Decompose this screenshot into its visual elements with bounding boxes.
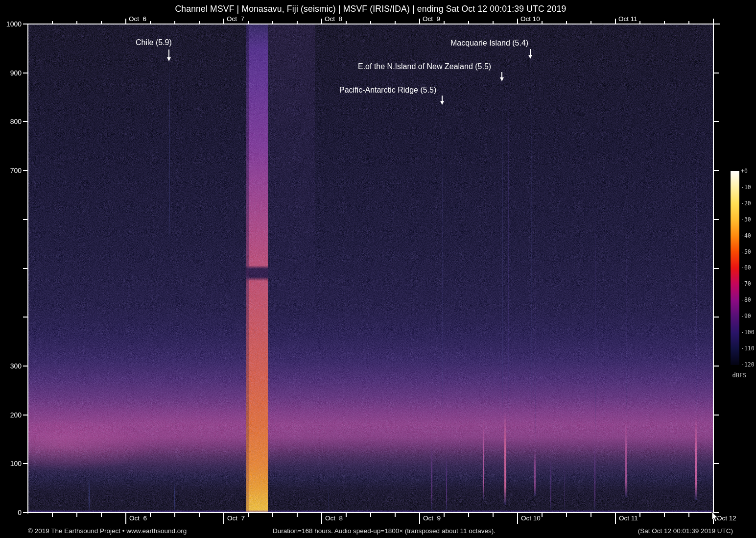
y-axis-tick-left: [23, 73, 28, 73]
colorbar-tick-label: -40: [741, 232, 751, 239]
top-axis-minor-tick: [76, 21, 77, 24]
spectrogram-page: Channel MSVF | Monasavu, Fiji (seismic) …: [0, 0, 756, 538]
colorbar-unit-label: dBFS: [729, 372, 750, 379]
bottom-axis-minor-tick: [566, 513, 567, 517]
bottom-axis-date-label: Oct 12: [717, 514, 736, 522]
y-axis-tick-right: [714, 415, 719, 416]
bottom-axis-minor-tick: [444, 513, 445, 517]
y-axis-tick-label: 700: [0, 167, 22, 174]
top-axis-major-tick: [419, 19, 420, 24]
y-axis-tick-left: [23, 219, 28, 220]
top-axis-major-tick: [517, 19, 518, 24]
bottom-axis-minor-tick: [664, 513, 665, 517]
top-axis-minor-tick: [199, 21, 200, 24]
top-axis-minor-tick: [444, 21, 445, 24]
colorbar-tick-label: -70: [741, 280, 751, 287]
bottom-axis-minor-tick: [493, 513, 494, 517]
y-axis-tick-right: [714, 121, 719, 122]
top-axis-line: [28, 24, 720, 24]
annotation-arrow-icon: [499, 72, 505, 81]
y-axis-tick-left: [23, 24, 28, 24]
colorbar: [731, 171, 739, 365]
bottom-axis-minor-tick: [346, 513, 347, 517]
event-annotation-label: E.of the N.Island of New Zealand (5.5): [358, 62, 491, 71]
y-axis-tick-label: 800: [0, 118, 22, 125]
y-axis-tick-right: [714, 24, 719, 24]
bottom-axis-date-label: Oct 11: [619, 514, 638, 522]
colorbar-tick-label: +0: [741, 168, 748, 174]
mouse-cursor-icon: [711, 512, 719, 522]
page-title: Channel MSVF | Monasavu, Fiji (seismic) …: [28, 4, 713, 14]
y-axis-tick-left: [23, 415, 28, 416]
colorbar-tick-label: -90: [741, 313, 751, 319]
noise-texture-dark: [28, 24, 713, 513]
bottom-axis-minor-tick: [272, 513, 273, 517]
colorbar-tick-label: -100: [741, 329, 755, 336]
colorbar-tick-label: -30: [741, 216, 751, 223]
top-axis-minor-tick: [493, 21, 494, 24]
top-axis-date-label: Oct 10: [520, 15, 540, 23]
colorbar-tick-label: -60: [741, 264, 751, 271]
y-axis-tick-left: [23, 366, 28, 367]
bottom-axis-date-label: Oct 10: [521, 514, 541, 522]
bottom-axis-minor-tick: [370, 513, 371, 517]
bottom-axis-minor-tick: [297, 513, 298, 517]
footer-copyright: © 2019 The Earthsound Project • www.eart…: [28, 527, 187, 535]
bottom-axis-minor-tick: [150, 513, 151, 517]
y-axis-tick-label: 200: [0, 411, 22, 419]
colorbar-tick-label: -50: [741, 248, 751, 255]
footer-timestamp: (Sat Oct 12 00:01:39 2019 UTC): [638, 527, 733, 535]
bottom-axis-minor-tick: [199, 513, 200, 517]
y-axis-title: Frequency (mHz): [0, 261, 47, 275]
top-axis-date-label: Oct 9: [423, 15, 440, 23]
bottom-axis-minor-tick: [639, 513, 640, 517]
top-axis-major-tick: [321, 19, 322, 24]
bottom-axis-minor-tick: [101, 513, 102, 517]
bottom-axis-major-tick: [419, 513, 420, 524]
top-axis-minor-tick: [664, 21, 665, 24]
y-axis-tick-right: [714, 219, 719, 220]
annotation-arrow-icon: [527, 49, 533, 59]
annotation-arrow-icon: [166, 49, 172, 61]
bottom-axis-minor-tick: [248, 513, 249, 517]
y-axis-tick-label: 100: [0, 460, 22, 467]
top-axis-minor-tick: [174, 21, 175, 24]
bottom-axis-date-label: Oct 9: [423, 514, 441, 522]
bottom-axis-minor-tick: [542, 513, 543, 517]
y-axis-tick-right: [714, 317, 719, 318]
colorbar-tick-label: -80: [741, 296, 751, 303]
bottom-axis-line: [28, 512, 716, 513]
top-axis-minor-tick: [542, 21, 543, 24]
top-axis-date-label: Oct 8: [325, 15, 342, 23]
y-axis-tick-left: [23, 317, 28, 318]
event-annotation-label: Chile (5.9): [136, 38, 172, 47]
top-axis-minor-tick: [566, 21, 567, 24]
bottom-axis-minor-tick: [395, 513, 396, 517]
y-axis-tick-left: [23, 121, 28, 122]
y-axis-tick-right: [714, 170, 719, 171]
top-axis-minor-tick: [639, 21, 640, 24]
bottom-axis-minor-tick: [76, 513, 77, 517]
top-axis-minor-tick: [150, 21, 151, 24]
top-axis-date-label: Oct 6: [129, 15, 146, 23]
top-axis-major-tick: [125, 19, 126, 24]
colorbar-tick-label: -120: [741, 361, 755, 368]
bottom-axis-minor-tick: [174, 513, 175, 517]
bottom-axis-major-tick: [517, 513, 518, 524]
top-axis-minor-tick: [346, 21, 347, 24]
annotation-arrow-icon: [439, 96, 445, 105]
bottom-axis-minor-tick: [688, 513, 689, 517]
y-axis-tick-right: [714, 268, 719, 269]
event-annotation-label: Macquarie Island (5.4): [450, 39, 528, 48]
y-axis-tick-label: 300: [0, 362, 22, 370]
y-axis-tick-label: 1000: [0, 20, 22, 28]
top-axis-minor-tick: [468, 21, 469, 24]
colorbar-tick-label: -20: [741, 200, 751, 207]
bottom-axis-minor-tick: [468, 513, 469, 517]
top-axis-minor-tick: [688, 21, 689, 24]
footer-duration: Duration=168 hours. Audio speed-up=1800×…: [273, 527, 496, 535]
y-axis-tick-left: [23, 170, 28, 171]
bottom-axis-major-tick: [223, 513, 224, 524]
top-axis-minor-tick: [297, 21, 298, 24]
top-axis-major-tick: [713, 19, 714, 24]
